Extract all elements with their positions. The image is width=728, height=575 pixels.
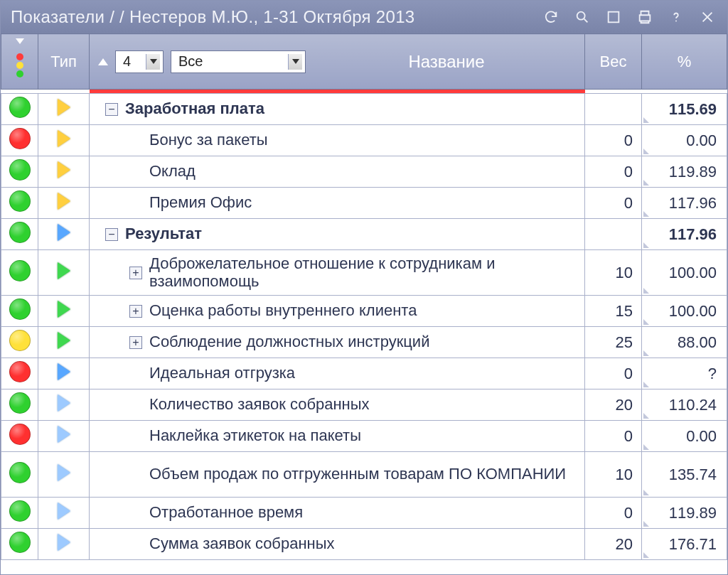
percent-value: 119.89 bbox=[669, 163, 717, 181]
table-row[interactable]: Количество заявок собранных20110.24 bbox=[1, 389, 727, 421]
play-icon bbox=[58, 161, 70, 178]
percent-cell: 115.69 bbox=[642, 94, 727, 125]
type-cell bbox=[38, 296, 90, 327]
name-cell: Премия Офис bbox=[90, 188, 585, 219]
window-title: Показатели / / Нестеров М.Ю., 1-31 Октяб… bbox=[11, 7, 542, 27]
play-icon bbox=[58, 426, 70, 443]
play-icon bbox=[58, 99, 70, 116]
resize-corner-icon bbox=[643, 490, 649, 495]
table-row[interactable]: Бонус за пакеты00.00 bbox=[1, 125, 727, 156]
chevron-down-icon bbox=[288, 54, 302, 70]
percent-cell: 110.24 bbox=[642, 389, 727, 421]
name-cell: Результат bbox=[90, 219, 585, 250]
print-icon[interactable] bbox=[636, 9, 653, 26]
col-header-type[interactable]: Тип bbox=[38, 34, 90, 90]
help-icon[interactable] bbox=[668, 9, 685, 26]
status-green-icon bbox=[9, 532, 31, 553]
titlebar: Показатели / / Нестеров М.Ю., 1-31 Октяб… bbox=[1, 1, 727, 33]
percent-value: 117.96 bbox=[669, 225, 717, 243]
resize-corner-icon bbox=[643, 444, 649, 450]
kpi-grid: Тип 4 Все Название bbox=[1, 33, 727, 560]
level-select[interactable]: 4 bbox=[115, 50, 164, 73]
type-cell bbox=[38, 94, 90, 125]
status-cell bbox=[1, 219, 38, 250]
percent-cell: ? bbox=[642, 358, 727, 389]
table-row[interactable]: Наклейка этикеток на пакеты00.00 bbox=[1, 421, 727, 452]
status-cell bbox=[1, 498, 38, 529]
table-row[interactable]: Премия Офис0117.96 bbox=[1, 188, 727, 219]
table-row[interactable]: Заработная плата115.69 bbox=[1, 94, 727, 125]
maximize-icon[interactable] bbox=[605, 9, 622, 26]
status-cell bbox=[1, 188, 38, 219]
row-name: Оценка работы внутреннего клиента bbox=[149, 302, 579, 319]
collapse-icon[interactable] bbox=[105, 228, 118, 241]
sort-asc-icon bbox=[98, 58, 108, 65]
play-icon bbox=[58, 363, 70, 380]
percent-cell: 117.96 bbox=[642, 219, 727, 250]
row-name: Оклад bbox=[149, 163, 579, 180]
percent-value: 0.00 bbox=[686, 131, 717, 149]
percent-value: 135.74 bbox=[669, 466, 717, 483]
row-name: Отработанное время bbox=[149, 504, 579, 521]
table-row[interactable]: Соблюдение должностных инструкций2588.00 bbox=[1, 327, 727, 358]
col-header-percent[interactable]: % bbox=[642, 34, 727, 90]
name-cell: Объем продаж по отгруженным товарам ПО К… bbox=[90, 452, 585, 498]
weight-cell bbox=[585, 219, 642, 250]
app-window: Показатели / / Нестеров М.Ю., 1-31 Октяб… bbox=[0, 0, 728, 575]
weight-cell: 20 bbox=[585, 389, 642, 421]
status-cell bbox=[1, 94, 38, 125]
status-green-icon bbox=[9, 260, 31, 281]
weight-cell: 10 bbox=[585, 250, 642, 296]
search-icon[interactable] bbox=[574, 9, 591, 26]
expand-icon[interactable] bbox=[129, 305, 142, 318]
status-cell bbox=[1, 125, 38, 156]
svg-point-2 bbox=[675, 21, 677, 22]
weight-cell: 0 bbox=[585, 421, 642, 452]
resize-corner-icon bbox=[643, 552, 649, 558]
col-header-name[interactable]: 4 Все Название bbox=[90, 34, 585, 90]
table-row[interactable]: Оценка работы внутреннего клиента15100.0… bbox=[1, 296, 727, 327]
row-name: Бонус за пакеты bbox=[149, 131, 579, 149]
status-green-icon bbox=[9, 222, 31, 243]
table-row[interactable]: Результат117.96 bbox=[1, 219, 727, 250]
percent-cell: 100.00 bbox=[642, 250, 727, 296]
play-icon bbox=[58, 262, 70, 279]
weight-cell: 20 bbox=[585, 529, 642, 560]
percent-cell: 119.89 bbox=[642, 498, 727, 529]
status-cell bbox=[1, 327, 38, 358]
close-icon[interactable] bbox=[699, 9, 716, 26]
refresh-icon[interactable] bbox=[542, 9, 560, 26]
resize-corner-icon bbox=[643, 350, 649, 356]
filter-select[interactable]: Все bbox=[171, 50, 306, 73]
row-name: Идеальная отгрузка bbox=[149, 365, 579, 382]
table-row[interactable]: Оклад0119.89 bbox=[1, 156, 727, 188]
table-row[interactable]: Идеальная отгрузка0? bbox=[1, 358, 727, 389]
type-cell bbox=[38, 250, 90, 296]
expand-icon[interactable] bbox=[129, 336, 142, 349]
type-cell bbox=[38, 421, 90, 452]
name-cell: Отработанное время bbox=[90, 498, 585, 529]
expand-icon[interactable] bbox=[129, 267, 142, 279]
titlebar-actions bbox=[542, 9, 716, 26]
table-body: Заработная плата115.69Бонус за пакеты00.… bbox=[1, 94, 727, 560]
percent-value: ? bbox=[708, 365, 717, 382]
status-green-icon bbox=[9, 462, 31, 483]
weight-cell: 0 bbox=[585, 156, 642, 188]
weight-cell: 0 bbox=[585, 498, 642, 529]
status-cell bbox=[1, 529, 38, 560]
table-row[interactable]: Объем продаж по отгруженным товарам ПО К… bbox=[1, 452, 727, 498]
play-icon bbox=[58, 130, 70, 147]
collapse-icon[interactable] bbox=[105, 103, 118, 116]
chevron-down-icon bbox=[16, 38, 24, 44]
percent-cell: 117.96 bbox=[642, 188, 727, 219]
type-cell bbox=[38, 498, 90, 529]
col-header-status[interactable] bbox=[1, 34, 38, 90]
col-header-weight[interactable]: Вес bbox=[585, 34, 642, 90]
table-row[interactable]: Доброжелательное отношение к сотрудникам… bbox=[1, 250, 727, 296]
table-row[interactable]: Отработанное время0119.89 bbox=[1, 498, 727, 529]
table-row[interactable]: Сумма заявок собранных20176.71 bbox=[1, 529, 727, 560]
percent-cell: 100.00 bbox=[642, 296, 727, 327]
percent-value: 100.00 bbox=[669, 302, 717, 320]
resize-corner-icon bbox=[643, 319, 649, 325]
name-cell: Бонус за пакеты bbox=[90, 125, 585, 156]
